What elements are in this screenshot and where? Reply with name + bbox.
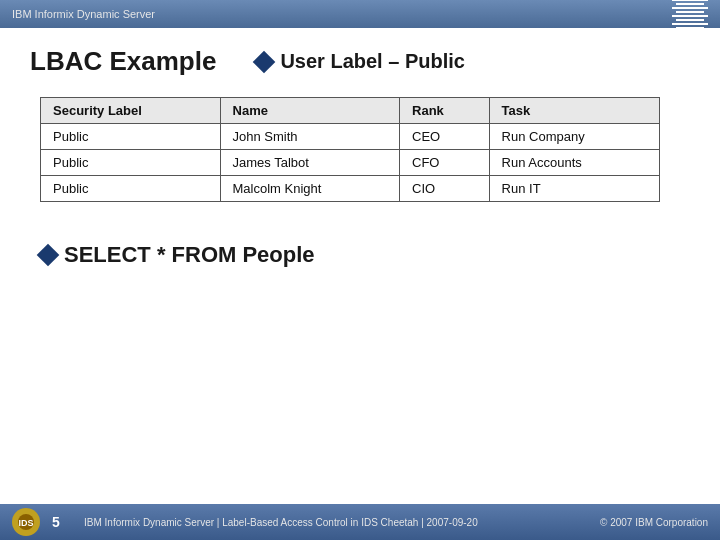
ibm-stripe-3: [672, 7, 708, 9]
cell-task-1: Run Accounts: [489, 150, 659, 176]
table-row: Public John Smith CEO Run Company: [41, 124, 660, 150]
ibm-stripes: [672, 0, 708, 29]
ibm-stripe-5: [672, 15, 708, 17]
logo-icon: IDS: [16, 512, 36, 532]
ibm-stripe-2: [676, 3, 704, 5]
bottom-bar: IDS 5 IBM Informix Dynamic Server | Labe…: [0, 504, 720, 540]
cell-task-0: Run Company: [489, 124, 659, 150]
ibm-stripe-8: [676, 27, 704, 29]
bottom-logo: IDS: [12, 508, 40, 536]
cell-rank-2: CIO: [400, 176, 490, 202]
cell-rank-0: CEO: [400, 124, 490, 150]
col-name: Name: [220, 98, 400, 124]
top-bar-title: IBM Informix Dynamic Server: [12, 8, 155, 20]
diamond-icon-select: [37, 244, 60, 267]
ibm-stripe-6: [676, 19, 704, 21]
cell-security-0: Public: [41, 124, 221, 150]
select-statement: SELECT * FROM People: [64, 242, 315, 268]
col-rank: Rank: [400, 98, 490, 124]
top-bar: IBM Informix Dynamic Server: [0, 0, 720, 28]
cell-security-1: Public: [41, 150, 221, 176]
table-row: Public James Talbot CFO Run Accounts: [41, 150, 660, 176]
user-label-section: User Label – Public: [256, 50, 465, 73]
user-label-text: User Label – Public: [280, 50, 465, 73]
page-number: 5: [52, 514, 72, 530]
table-header-row: Security Label Name Rank Task: [41, 98, 660, 124]
cell-task-2: Run IT: [489, 176, 659, 202]
data-table: Security Label Name Rank Task Public Joh…: [40, 97, 660, 202]
cell-name-0: John Smith: [220, 124, 400, 150]
bottom-copyright: © 2007 IBM Corporation: [600, 517, 708, 528]
ibm-logo-top: [672, 7, 708, 21]
ibm-stripe-4: [676, 11, 704, 13]
table-row: Public Malcolm Knight CIO Run IT: [41, 176, 660, 202]
ibm-stripe-7: [672, 23, 708, 25]
cell-name-2: Malcolm Knight: [220, 176, 400, 202]
bottom-description: IBM Informix Dynamic Server | Label-Base…: [84, 517, 588, 528]
cell-rank-1: CFO: [400, 150, 490, 176]
main-content: LBAC Example User Label – Public Securit…: [0, 28, 720, 504]
header-section: LBAC Example User Label – Public: [30, 46, 690, 77]
page-title: LBAC Example: [30, 46, 216, 77]
cell-name-1: James Talbot: [220, 150, 400, 176]
col-security-label: Security Label: [41, 98, 221, 124]
cell-security-2: Public: [41, 176, 221, 202]
select-section: SELECT * FROM People: [40, 242, 690, 268]
table-body: Public John Smith CEO Run Company Public…: [41, 124, 660, 202]
ibm-stripe-1: [672, 0, 708, 1]
table-header: Security Label Name Rank Task: [41, 98, 660, 124]
diamond-icon: [253, 50, 276, 73]
col-task: Task: [489, 98, 659, 124]
svg-text:IDS: IDS: [18, 518, 33, 528]
